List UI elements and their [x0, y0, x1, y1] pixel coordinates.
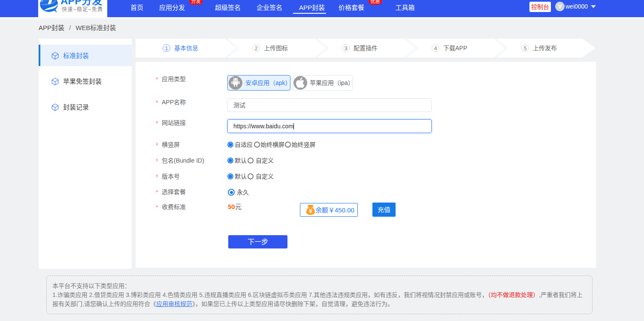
svg-text:上传发布: 上传发布 — [533, 45, 557, 51]
svg-text:1: 1 — [165, 45, 168, 51]
svg-text:4: 4 — [434, 45, 437, 51]
svg-text:2: 2 — [254, 45, 257, 51]
svg-text:5: 5 — [523, 45, 526, 51]
svg-text:3: 3 — [344, 45, 347, 51]
svg-text:基本信息: 基本信息 — [174, 45, 198, 51]
svg-text:下载APP: 下载APP — [443, 45, 467, 51]
svg-text:上传图标: 上传图标 — [264, 45, 288, 51]
svg-text:配置插件: 配置插件 — [354, 45, 378, 51]
